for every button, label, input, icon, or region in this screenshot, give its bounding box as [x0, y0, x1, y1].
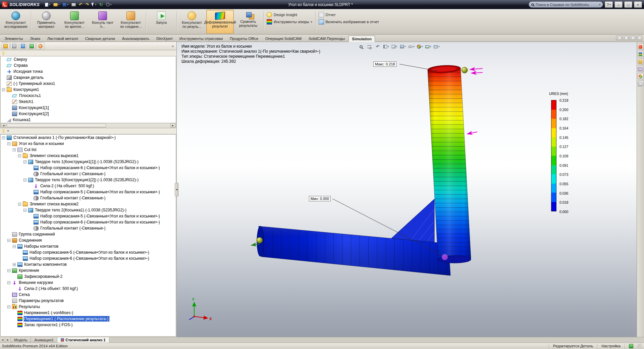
tree-item[interactable]: Сетка — [1, 292, 176, 298]
custom-properties-button[interactable] — [638, 81, 644, 87]
tree-item[interactable]: Напряжение1 (-vonMises-) — [1, 310, 176, 316]
tree-item[interactable]: Косынка1 — [1, 117, 176, 123]
show-display-pane-icon[interactable] — [623, 36, 629, 40]
tree-item[interactable]: Конструкция1[2] — [1, 111, 176, 117]
dropdown-caret-icon[interactable]: ▾ — [430, 45, 431, 48]
tree-item[interactable]: Конструкция1[1] — [1, 105, 176, 111]
expand-taskpane-icon[interactable] — [630, 36, 635, 40]
tree-item[interactable]: Справа — [1, 62, 176, 68]
tree-expander[interactable]: − — [7, 239, 10, 242]
dropdown-caret-icon[interactable]: ▾ — [422, 45, 423, 48]
ribbon-button-report[interactable]: Отчет — [319, 12, 379, 17]
tree-item[interactable]: −Крепления — [1, 267, 176, 273]
redo-button[interactable]: ↷ — [85, 1, 90, 8]
design-library-button[interactable] — [638, 51, 644, 57]
min-callout[interactable]: Мин: 0.000 — [309, 196, 331, 201]
tree-item[interactable]: Набор соприкасания-6 (-Связанные<Угол из… — [1, 255, 176, 261]
panel-collapse-handle[interactable]: ◀ — [175, 183, 178, 196]
hide-show-items-icon[interactable]: ▾ — [408, 43, 415, 50]
ribbon-button-fixtures-advisor[interactable]: Консультант по крепле... — [61, 10, 88, 34]
tree-item[interactable]: −Элемент списка вырезов1 — [1, 153, 176, 159]
featuremanager-tab[interactable] — [2, 43, 9, 49]
options-button[interactable] — [105, 1, 113, 8]
dropdown-caret-icon[interactable]: ▾ — [438, 45, 440, 48]
tree-item[interactable]: Исходная точка — [1, 68, 176, 74]
study-tab-1[interactable]: Анимация1 — [31, 337, 57, 343]
ribbon-button-deformed-result[interactable]: Деформированный результат — [206, 10, 234, 34]
tree-expander[interactable]: + — [13, 263, 16, 266]
zoom-to-area-icon[interactable] — [366, 43, 372, 50]
resize-grip[interactable] — [637, 344, 642, 348]
panel-chevrons[interactable]: » — [172, 44, 175, 48]
select-tool-button[interactable] — [91, 1, 97, 8]
tree-item[interactable]: −Твердое тело 1(Конструкция1[1]) (-1.003… — [1, 159, 176, 165]
tree-expander[interactable]: − — [18, 154, 21, 157]
dropdown-caret-icon[interactable]: ▾ — [396, 45, 397, 48]
tree-item[interactable]: Перемещение1 (-Расположение результата-) — [1, 316, 176, 322]
tree-expander[interactable]: − — [2, 88, 5, 91]
dropdown-caret-icon[interactable]: ▾ — [311, 20, 312, 23]
ribbon-button-connections-advisor[interactable]: Консультант по соедине... — [117, 10, 145, 34]
tree-expander[interactable]: − — [7, 281, 10, 284]
tree-item[interactable]: Набор соприкасания-5 (-Связанные<Угол из… — [1, 213, 176, 219]
customize-menu[interactable]: Настройка — [597, 344, 625, 349]
tree-item[interactable]: −Внешние нагрузки — [1, 280, 176, 286]
configurationmanager-tab[interactable] — [19, 43, 27, 49]
rebuild-button[interactable]: ↻ — [98, 1, 104, 8]
view-orientation-icon[interactable]: ▾ — [391, 43, 397, 50]
tree-item[interactable]: Сверху — [1, 56, 176, 62]
search-dropdown-caret-icon[interactable]: ▾ — [599, 3, 600, 6]
tree-item[interactable]: Глобальный контакт (-Связанные-) — [1, 195, 176, 201]
appearances-button[interactable] — [638, 73, 644, 79]
tree-horizontal-scrollbar[interactable]: ◀ ▶ — [0, 123, 176, 128]
dropdown-caret-icon[interactable]: ▾ — [413, 45, 415, 48]
tree-expander[interactable]: − — [2, 136, 5, 139]
tree-item[interactable]: Sketch1 — [1, 99, 176, 105]
ribbon-button-include-image[interactable]: Включить изображение в отчет — [319, 19, 379, 24]
tree-expander[interactable]: − — [23, 160, 26, 163]
tree-item[interactable]: −Конструкция1 — [1, 87, 176, 93]
displaymanager-tab[interactable] — [37, 43, 44, 49]
view-palette-button[interactable] — [638, 66, 644, 72]
study-tab-2[interactable]: Статический анализ 1 — [57, 337, 109, 343]
zoom-to-fit-icon[interactable] — [358, 43, 364, 50]
dropdown-caret-icon[interactable]: ▾ — [405, 45, 406, 48]
previous-view-icon[interactable] — [375, 43, 381, 50]
command-tab-6[interactable]: Инструменты отрисовки — [176, 35, 226, 42]
dimxpertmanager-tab[interactable] — [28, 43, 36, 49]
tree-expander[interactable]: − — [18, 203, 21, 206]
gusset-plate[interactable] — [391, 199, 434, 242]
tab-simulation[interactable]: Simulation — [348, 36, 375, 42]
ribbon-button-compare-results[interactable]: Сравнить результаты — [234, 10, 262, 34]
section-view-icon[interactable]: ▾ — [383, 43, 389, 50]
status-check-icon[interactable] — [629, 344, 633, 348]
help-button[interactable]: ?▾ — [605, 1, 613, 8]
tree-item[interactable]: Сила-2 (:На объект: 500 kgf:) — [1, 183, 176, 189]
load-sphere[interactable] — [462, 67, 468, 73]
tree-expander[interactable]: − — [13, 148, 16, 151]
filter-funnel-icon[interactable] — [2, 52, 5, 55]
tree-expander[interactable]: − — [7, 305, 10, 308]
solidworks-resources-button[interactable] — [638, 44, 644, 50]
scroll-right-icon[interactable]: ▶ — [170, 123, 175, 128]
display-style-icon[interactable]: ▾ — [400, 43, 406, 50]
tree-item[interactable]: Глобальный контакт (-Связанные-) — [1, 171, 176, 177]
tree-item[interactable]: −Результаты — [1, 304, 176, 310]
tree-item[interactable]: Запас прочности1 (-FOS-) — [1, 322, 176, 328]
tree-item[interactable]: Глобальный контакт (-Связанные-) — [1, 225, 176, 231]
view-settings-icon[interactable]: ▾ — [434, 43, 440, 50]
tree-item[interactable]: Набор соприкасания-5 (-Связанные<Угол из… — [1, 189, 176, 195]
ribbon-button-results-advisor[interactable]: Консультант по резуль... — [178, 10, 206, 34]
ribbon-button-design-insight[interactable]: Design Insight — [267, 12, 312, 17]
tree-item[interactable]: Набор соприкасания-6 (-Связанные<Угол из… — [1, 165, 176, 171]
minimize-button[interactable]: – — [614, 1, 623, 8]
search-input[interactable] — [536, 3, 597, 7]
command-tab-4[interactable]: Анализировать — [119, 35, 153, 42]
tree-item[interactable]: Плоскость1 — [1, 93, 176, 99]
undo-button[interactable]: ↶ — [78, 1, 84, 8]
study-tab-0[interactable]: Модель — [11, 337, 31, 343]
command-tab-2[interactable]: Листовой металл — [44, 35, 82, 42]
study-filter-caret-icon[interactable]: ▼ — [7, 130, 9, 133]
ribbon-button-plot-tools[interactable]: Инструменты эпюры▾ — [267, 19, 312, 24]
command-tab-8[interactable]: Операция SolidCAM — [262, 35, 305, 42]
